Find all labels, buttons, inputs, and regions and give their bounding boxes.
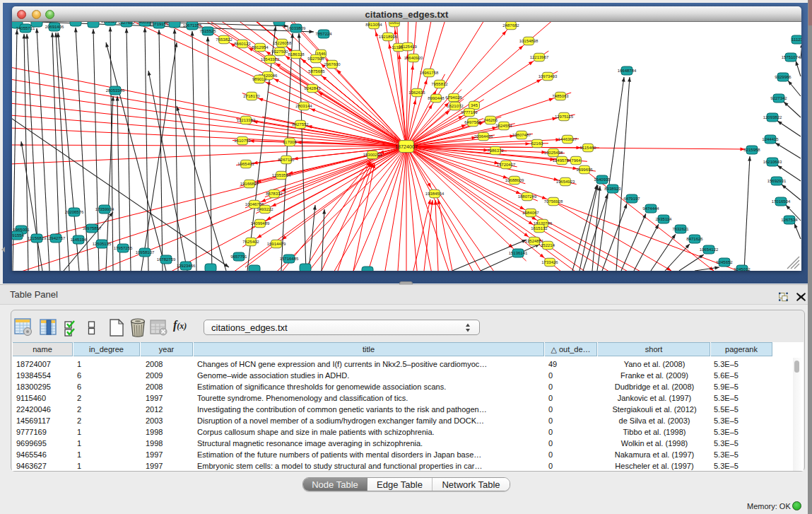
svg-text:989012: 989012: [252, 77, 267, 81]
svg-text:1362615: 1362615: [408, 90, 425, 95]
svg-text:10671355: 10671355: [183, 23, 202, 28]
svg-text:16033809: 16033809: [287, 26, 306, 30]
svg-text:8267110: 8267110: [278, 158, 295, 162]
svg-text:7857224: 7857224: [315, 32, 332, 36]
svg-text:12213967: 12213967: [530, 55, 549, 59]
svg-text:10543362: 10543362: [261, 57, 280, 62]
svg-text:3493222: 3493222: [257, 207, 273, 211]
svg-text:11125419: 11125419: [399, 45, 417, 49]
svg-text:10973493: 10973493: [539, 74, 558, 78]
svg-text:8186328: 8186328: [288, 52, 305, 57]
svg-text:6479197: 6479197: [623, 197, 640, 201]
svg-text:12942757: 12942757: [47, 236, 66, 240]
svg-text:9699695: 9699695: [576, 168, 593, 172]
svg-text:991554: 991554: [12, 233, 25, 238]
svg-text:9327508: 9327508: [307, 57, 324, 61]
svg-text:10958107: 10958107: [136, 250, 155, 255]
svg-text:1244415: 1244415: [762, 137, 779, 141]
svg-text:9227342: 9227342: [770, 96, 787, 100]
svg-text:1610753: 1610753: [234, 139, 251, 143]
svg-text:16210643: 16210643: [763, 160, 782, 164]
svg-text:117006: 117006: [283, 140, 297, 144]
svg-text:10653267: 10653267: [101, 22, 120, 23]
svg-text:2984067: 2984067: [522, 211, 539, 215]
svg-text:2967600: 2967600: [324, 62, 341, 66]
svg-text:19166827: 19166827: [240, 182, 259, 186]
svg-text:2803144: 2803144: [295, 104, 312, 108]
svg-text:5875685: 5875685: [308, 69, 325, 74]
svg-text:8427552: 8427552: [292, 122, 309, 127]
svg-text:19654923: 19654923: [556, 180, 575, 184]
svg-text:12923466: 12923466: [177, 264, 196, 268]
svg-text:12213383: 12213383: [237, 118, 256, 122]
svg-text:9115460: 9115460: [580, 146, 597, 150]
svg-text:17957255: 17957255: [114, 246, 133, 250]
svg-text:19218936: 19218936: [379, 35, 398, 39]
svg-text:28053346: 28053346: [106, 88, 125, 93]
svg-text:7986372: 7986372: [487, 148, 504, 153]
svg-text:3624554: 3624554: [495, 124, 512, 128]
svg-text:9245652: 9245652: [716, 260, 733, 264]
svg-text:62160: 62160: [531, 141, 543, 146]
svg-text:7632621: 7632621: [672, 227, 689, 231]
svg-text:7955812: 7955812: [431, 82, 448, 86]
svg-text:18724007: 18724007: [395, 144, 418, 150]
svg-text:9242843: 9242843: [304, 86, 321, 90]
svg-text:12156829: 12156829: [28, 236, 47, 240]
svg-text:16961758: 16961758: [420, 71, 439, 75]
svg-text:252214: 252214: [541, 243, 555, 247]
svg-text:18640920: 18640920: [404, 56, 423, 60]
svg-text:11123: 11123: [792, 37, 801, 42]
svg-text:10154838: 10154838: [519, 39, 539, 43]
svg-text:17359934: 17359934: [95, 207, 114, 211]
svg-text:9245012: 9245012: [734, 267, 751, 271]
svg-text:1621072: 1621072: [447, 104, 464, 108]
svg-text:10807487: 10807487: [512, 133, 531, 137]
svg-text:345: 345: [471, 103, 478, 107]
svg-text:30975857: 30975857: [83, 226, 102, 230]
svg-text:15720407: 15720407: [497, 163, 516, 167]
svg-text:10654122: 10654122: [700, 247, 719, 252]
svg-text:1965493: 1965493: [237, 162, 254, 166]
svg-text:8678332: 8678332: [266, 192, 283, 196]
svg-text:7515525: 7515525: [199, 29, 216, 33]
svg-text:20691406: 20691406: [45, 25, 64, 29]
svg-text:18807249: 18807249: [518, 194, 537, 199]
svg-text:9329966: 9329966: [775, 75, 792, 79]
svg-text:1145194: 1145194: [71, 238, 88, 242]
svg-text:1615132: 1615132: [531, 226, 548, 230]
svg-text:16914479: 16914479: [267, 242, 286, 246]
svg-text:16782759: 16782759: [157, 257, 176, 262]
svg-text:1640935: 1640935: [594, 177, 611, 182]
svg-text:15692931: 15692931: [767, 179, 787, 183]
svg-text:12505135: 12505135: [93, 242, 112, 246]
svg-text:7653822: 7653822: [216, 37, 233, 42]
svg-text:12975115: 12975115: [555, 115, 574, 119]
svg-text:15226058: 15226058: [273, 41, 292, 45]
svg-text:15136141: 15136141: [509, 251, 528, 255]
svg-text:7485063: 7485063: [552, 94, 569, 98]
svg-text:8938923: 8938923: [604, 187, 621, 191]
svg-text:20206576: 20206576: [65, 210, 84, 214]
svg-text:1051: 1051: [389, 22, 399, 25]
svg-text:20364436: 20364436: [474, 134, 493, 139]
svg-text:7964: 7964: [571, 158, 581, 163]
svg-text:8471626: 8471626: [686, 237, 703, 241]
svg-text:6497568: 6497568: [464, 120, 481, 124]
svg-text:10688609: 10688609: [505, 178, 524, 182]
svg-text:9777169: 9777169: [461, 110, 478, 115]
svg-text:1267534: 1267534: [781, 218, 798, 222]
svg-text:1733426: 1733426: [541, 260, 558, 264]
svg-text:14463627: 14463627: [558, 137, 577, 141]
svg-text:8215958: 8215958: [743, 148, 760, 152]
svg-text:8912954: 8912954: [252, 45, 269, 49]
svg-text:70756928: 70756928: [544, 199, 563, 204]
svg-text:2718170: 2718170: [243, 94, 260, 98]
svg-text:2487682: 2487682: [502, 23, 519, 28]
svg-text:16648784: 16648784: [618, 69, 637, 73]
svg-text:12495794: 12495794: [553, 158, 572, 163]
svg-text:8660123: 8660123: [234, 42, 251, 46]
svg-text:17016504: 17016504: [772, 199, 791, 204]
svg-text:15751074: 15751074: [782, 55, 801, 59]
svg-text:7625402: 7625402: [242, 240, 259, 244]
